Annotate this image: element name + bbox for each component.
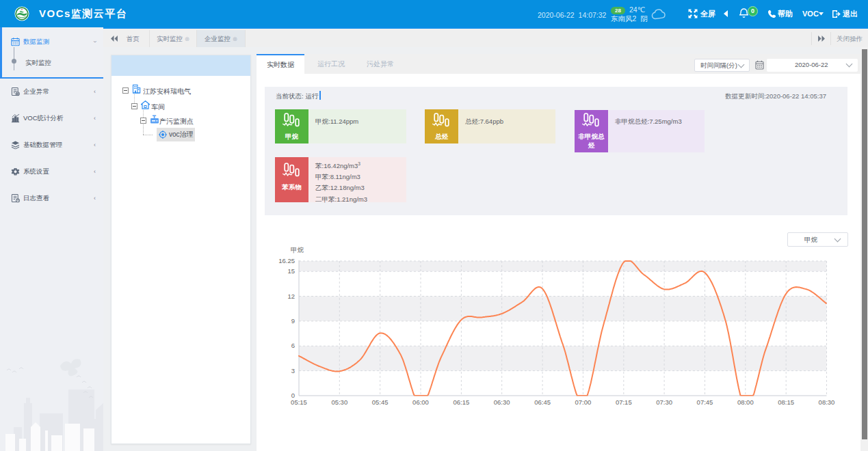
svg-text:07:00: 07:00 (575, 398, 592, 406)
svg-text:05:15: 05:15 (291, 398, 307, 406)
svg-text:06:45: 06:45 (534, 398, 551, 406)
svg-text:07:30: 07:30 (656, 398, 672, 406)
svg-text:07:15: 07:15 (616, 398, 632, 406)
svg-text:06:30: 06:30 (494, 398, 510, 406)
svg-text:08:15: 08:15 (778, 398, 794, 406)
svg-text:05:30: 05:30 (331, 398, 347, 406)
svg-text:16.25: 16.25 (278, 257, 295, 264)
svg-text:06:15: 06:15 (453, 398, 470, 406)
svg-text:15: 15 (287, 267, 295, 275)
svg-text:07:45: 07:45 (697, 398, 713, 406)
svg-text:3: 3 (291, 367, 295, 374)
svg-text:06:00: 06:00 (412, 398, 429, 406)
svg-text:08:00: 08:00 (737, 398, 754, 406)
svg-text:12: 12 (287, 292, 295, 300)
svg-text:9: 9 (291, 317, 295, 325)
svg-text:6: 6 (291, 342, 295, 349)
svg-text:05:45: 05:45 (372, 398, 389, 406)
svg-text:08:30: 08:30 (819, 398, 835, 406)
